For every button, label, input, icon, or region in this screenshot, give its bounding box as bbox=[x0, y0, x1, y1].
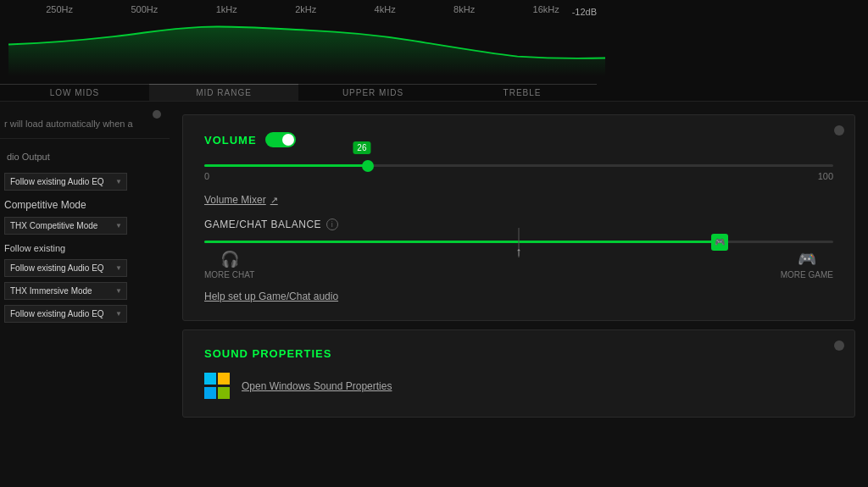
volume-header: VOLUME bbox=[204, 132, 833, 147]
volume-min-label: 0 bbox=[204, 171, 209, 181]
sound-properties-panel: SOUND PROPERTIES Open Windows Sound Prop… bbox=[182, 329, 855, 418]
balance-slider-container: 🎮 ↑ 🎧 MORE CHAT 🎮 MORE GAME bbox=[204, 241, 833, 279]
dropdown-wrapper-1: Follow existing Audio EQ bbox=[4, 173, 127, 191]
follow-existing-label: Follow existing bbox=[4, 243, 65, 253]
more-game-end: 🎮 MORE GAME bbox=[781, 250, 833, 279]
headphone-icon: 🎧 bbox=[220, 250, 239, 268]
balance-thumb[interactable]: 🎮 bbox=[711, 234, 728, 251]
dropdown-wrapper-4: THX Immersive Mode bbox=[4, 282, 127, 300]
volume-slider-fill bbox=[204, 164, 368, 167]
db-label: -12dB bbox=[572, 7, 597, 17]
main-container: 250Hz 500Hz 1kHz 2kHz 4kHz 8kHz 16kHz -1… bbox=[0, 0, 868, 487]
balance-thumb-icon: 🎮 bbox=[715, 237, 725, 246]
dropdown-wrapper-2: THX Competitive Mode bbox=[4, 217, 127, 235]
external-link-icon: ↗ bbox=[270, 195, 278, 206]
competitive-mode-label: Competitive Mode bbox=[4, 199, 86, 211]
gamepad-icon: 🎮 bbox=[798, 250, 816, 268]
left-sidebar: r will load automatically when a dio Out… bbox=[0, 102, 170, 487]
sound-panel-indicator bbox=[834, 340, 844, 351]
audio-output-label: dio Output bbox=[7, 152, 50, 162]
sidebar-indicator bbox=[153, 110, 161, 119]
freq-4khz: 4kHz bbox=[375, 4, 396, 14]
auto-load-text: r will load automatically when a bbox=[4, 119, 133, 129]
dropdown-wrapper-5: Follow existing Audio EQ bbox=[4, 305, 127, 323]
more-chat-end: 🎧 MORE CHAT bbox=[204, 250, 254, 279]
thx-competitive-dropdown[interactable]: THX Competitive Mode bbox=[4, 217, 127, 235]
freq-16khz: 16kHz bbox=[533, 4, 559, 14]
more-chat-label: MORE CHAT bbox=[204, 270, 254, 279]
volume-title: VOLUME bbox=[204, 134, 257, 147]
thx-immersive-dropdown[interactable]: THX Immersive Mode bbox=[4, 282, 127, 300]
freq-8khz: 8kHz bbox=[453, 4, 475, 14]
freq-250hz: 250Hz bbox=[46, 4, 73, 14]
freq-500hz: 500Hz bbox=[131, 4, 158, 14]
volume-slider-track[interactable]: 26 bbox=[204, 164, 833, 167]
balance-info-icon[interactable]: i bbox=[326, 219, 338, 230]
freq-1khz: 1kHz bbox=[216, 4, 237, 14]
volume-panel-indicator bbox=[834, 125, 844, 136]
band-mid-range: MID RANGE bbox=[149, 84, 298, 101]
balance-label: GAME/CHAT BALANCE bbox=[204, 219, 321, 230]
main-content: VOLUME 26 0 100 Volume Mixer ↗ bbox=[170, 102, 868, 487]
windows-sound-row: Open Windows Sound Properties bbox=[204, 373, 833, 400]
audio-eq-dropdown-3[interactable]: Follow existing Audio EQ bbox=[4, 259, 127, 277]
balance-icons-row: 🎧 MORE CHAT 🎮 MORE GAME bbox=[204, 250, 833, 279]
more-game-label: MORE GAME bbox=[781, 270, 833, 279]
sound-props-title: SOUND PROPERTIES bbox=[204, 347, 833, 360]
freq-2khz: 2kHz bbox=[295, 4, 316, 14]
band-treble: TREBLE bbox=[448, 84, 597, 101]
volume-slider-container: 26 bbox=[204, 164, 833, 167]
volume-slider-thumb[interactable]: 26 bbox=[362, 160, 374, 172]
eq-chart-area: 250Hz 500Hz 1kHz 2kHz 4kHz 8kHz 16kHz -1… bbox=[0, 0, 868, 102]
volume-slider-labels: 0 100 bbox=[204, 171, 833, 181]
volume-toggle[interactable] bbox=[265, 132, 296, 147]
balance-track[interactable]: 🎮 ↑ bbox=[204, 241, 833, 243]
game-chat-balance-header: GAME/CHAT BALANCE i bbox=[204, 219, 833, 230]
eq-curve-svg bbox=[8, 13, 605, 76]
audio-eq-dropdown-1[interactable]: Follow existing Audio EQ bbox=[4, 173, 127, 191]
open-sound-properties-link[interactable]: Open Windows Sound Properties bbox=[242, 380, 392, 392]
band-upper-mids: UPPER MIDS bbox=[298, 84, 448, 101]
eq-band-labels: LOW MIDS MID RANGE UPPER MIDS TREBLE bbox=[0, 84, 597, 101]
balance-fill bbox=[204, 241, 720, 243]
dropdown-wrapper-3: Follow existing Audio EQ bbox=[4, 259, 127, 277]
volume-mixer-label: Volume Mixer bbox=[204, 194, 266, 206]
volume-mixer-link[interactable]: Volume Mixer ↗ bbox=[204, 194, 833, 206]
windows-logo-icon bbox=[204, 373, 231, 400]
volume-value-bubble: 26 bbox=[353, 141, 370, 154]
volume-max-label: 100 bbox=[818, 171, 833, 181]
audio-eq-dropdown-5[interactable]: Follow existing Audio EQ bbox=[4, 305, 127, 323]
volume-panel: VOLUME 26 0 100 Volume Mixer ↗ bbox=[182, 114, 855, 321]
band-low-mids: LOW MIDS bbox=[0, 84, 149, 101]
help-game-chat-link[interactable]: Help set up Game/Chat audio bbox=[204, 291, 338, 302]
